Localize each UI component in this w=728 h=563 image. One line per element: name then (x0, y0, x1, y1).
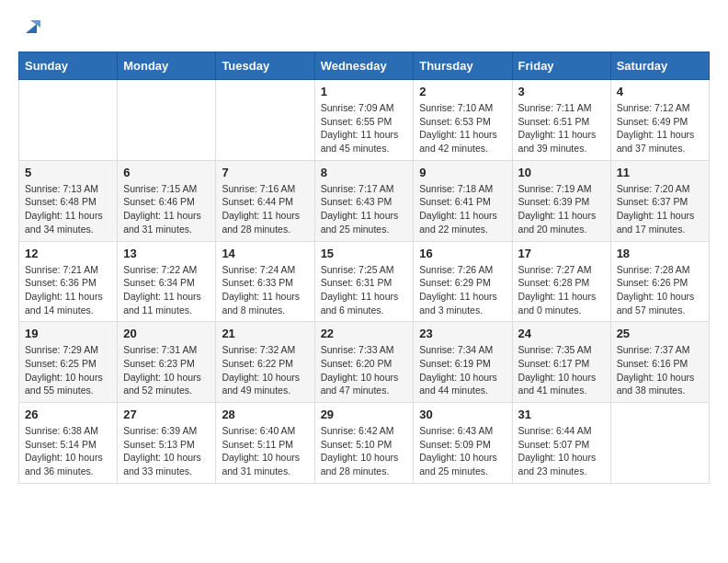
day-cell: 29Sunrise: 6:42 AM Sunset: 5:10 PM Dayli… (314, 403, 414, 484)
day-cell: 30Sunrise: 6:43 AM Sunset: 5:09 PM Dayli… (414, 403, 512, 484)
day-cell: 22Sunrise: 7:33 AM Sunset: 6:20 PM Dayli… (314, 322, 414, 403)
day-number: 3 (518, 85, 605, 98)
day-info: Sunrise: 7:18 AM Sunset: 6:41 PM Dayligh… (419, 182, 506, 236)
day-number: 6 (123, 166, 210, 179)
day-number: 17 (518, 247, 605, 260)
day-info: Sunrise: 7:19 AM Sunset: 6:39 PM Dayligh… (518, 182, 605, 236)
day-cell: 24Sunrise: 7:35 AM Sunset: 6:17 PM Dayli… (512, 322, 610, 403)
day-info: Sunrise: 7:09 AM Sunset: 6:55 PM Dayligh… (321, 101, 408, 155)
day-number: 14 (222, 247, 308, 260)
logo (18, 18, 40, 37)
day-info: Sunrise: 7:12 AM Sunset: 6:49 PM Dayligh… (617, 101, 703, 155)
day-number: 16 (419, 247, 506, 260)
day-cell: 12Sunrise: 7:21 AM Sunset: 6:36 PM Dayli… (19, 241, 118, 322)
day-cell: 11Sunrise: 7:20 AM Sunset: 6:37 PM Dayli… (610, 160, 709, 241)
day-number: 23 (419, 327, 506, 340)
day-number: 9 (419, 166, 506, 179)
weekday-header-wednesday: Wednesday (314, 52, 414, 80)
day-number: 18 (617, 247, 703, 260)
day-cell: 2Sunrise: 7:10 AM Sunset: 6:53 PM Daylig… (414, 80, 512, 161)
day-cell: 9Sunrise: 7:18 AM Sunset: 6:41 PM Daylig… (414, 160, 512, 241)
logo-icon (20, 17, 40, 37)
day-number: 1 (321, 85, 408, 98)
week-row-5: 26Sunrise: 6:38 AM Sunset: 5:14 PM Dayli… (19, 403, 710, 484)
day-cell: 7Sunrise: 7:16 AM Sunset: 6:44 PM Daylig… (216, 160, 314, 241)
day-info: Sunrise: 7:13 AM Sunset: 6:48 PM Dayligh… (25, 182, 111, 236)
day-number: 29 (321, 408, 408, 421)
day-cell: 13Sunrise: 7:22 AM Sunset: 6:34 PM Dayli… (118, 241, 216, 322)
day-number: 5 (25, 166, 111, 179)
day-number: 10 (518, 166, 605, 179)
day-cell: 3Sunrise: 7:11 AM Sunset: 6:51 PM Daylig… (512, 80, 610, 161)
day-info: Sunrise: 6:39 AM Sunset: 5:13 PM Dayligh… (123, 424, 210, 478)
day-number: 28 (222, 408, 308, 421)
day-info: Sunrise: 7:34 AM Sunset: 6:19 PM Dayligh… (419, 343, 506, 397)
day-number: 2 (419, 85, 506, 98)
day-number: 20 (123, 327, 210, 340)
weekday-header-tuesday: Tuesday (216, 52, 314, 80)
day-info: Sunrise: 7:35 AM Sunset: 6:17 PM Dayligh… (518, 343, 605, 397)
day-info: Sunrise: 7:26 AM Sunset: 6:29 PM Dayligh… (419, 263, 506, 317)
week-row-1: 1Sunrise: 7:09 AM Sunset: 6:55 PM Daylig… (19, 80, 710, 161)
day-info: Sunrise: 7:31 AM Sunset: 6:23 PM Dayligh… (123, 343, 210, 397)
day-info: Sunrise: 6:44 AM Sunset: 5:07 PM Dayligh… (518, 424, 605, 478)
day-cell: 27Sunrise: 6:39 AM Sunset: 5:13 PM Dayli… (118, 403, 216, 484)
weekday-header-friday: Friday (512, 52, 610, 80)
day-info: Sunrise: 7:21 AM Sunset: 6:36 PM Dayligh… (25, 263, 111, 317)
weekday-header-sunday: Sunday (19, 52, 118, 80)
day-cell: 1Sunrise: 7:09 AM Sunset: 6:55 PM Daylig… (314, 80, 414, 161)
day-info: Sunrise: 7:20 AM Sunset: 6:37 PM Dayligh… (617, 182, 703, 236)
day-number: 26 (25, 408, 111, 421)
day-number: 8 (321, 166, 408, 179)
svg-marker-0 (26, 24, 37, 33)
page-header (18, 18, 710, 37)
weekday-header-monday: Monday (118, 52, 216, 80)
day-info: Sunrise: 7:33 AM Sunset: 6:20 PM Dayligh… (321, 343, 408, 397)
day-number: 31 (518, 408, 605, 421)
day-cell: 4Sunrise: 7:12 AM Sunset: 6:49 PM Daylig… (610, 80, 709, 161)
day-number: 27 (123, 408, 210, 421)
day-cell (216, 80, 314, 161)
calendar-table: SundayMondayTuesdayWednesdayThursdayFrid… (18, 52, 710, 484)
day-cell: 16Sunrise: 7:26 AM Sunset: 6:29 PM Dayli… (414, 241, 512, 322)
day-info: Sunrise: 6:42 AM Sunset: 5:10 PM Dayligh… (321, 424, 408, 478)
day-cell: 21Sunrise: 7:32 AM Sunset: 6:22 PM Dayli… (216, 322, 314, 403)
day-number: 13 (123, 247, 210, 260)
day-number: 11 (617, 166, 703, 179)
day-cell: 25Sunrise: 7:37 AM Sunset: 6:16 PM Dayli… (610, 322, 709, 403)
day-cell: 23Sunrise: 7:34 AM Sunset: 6:19 PM Dayli… (414, 322, 512, 403)
day-info: Sunrise: 7:32 AM Sunset: 6:22 PM Dayligh… (222, 343, 308, 397)
day-info: Sunrise: 6:40 AM Sunset: 5:11 PM Dayligh… (222, 424, 308, 478)
weekday-header-thursday: Thursday (414, 52, 512, 80)
weekday-header-row: SundayMondayTuesdayWednesdayThursdayFrid… (19, 52, 710, 80)
day-cell: 19Sunrise: 7:29 AM Sunset: 6:25 PM Dayli… (19, 322, 118, 403)
week-row-2: 5Sunrise: 7:13 AM Sunset: 6:48 PM Daylig… (19, 160, 710, 241)
day-cell: 18Sunrise: 7:28 AM Sunset: 6:26 PM Dayli… (610, 241, 709, 322)
day-info: Sunrise: 7:15 AM Sunset: 6:46 PM Dayligh… (123, 182, 210, 236)
day-info: Sunrise: 7:28 AM Sunset: 6:26 PM Dayligh… (617, 263, 703, 317)
day-cell: 8Sunrise: 7:17 AM Sunset: 6:43 PM Daylig… (314, 160, 414, 241)
week-row-3: 12Sunrise: 7:21 AM Sunset: 6:36 PM Dayli… (19, 241, 710, 322)
day-cell: 5Sunrise: 7:13 AM Sunset: 6:48 PM Daylig… (19, 160, 118, 241)
day-number: 22 (321, 327, 408, 340)
day-number: 30 (419, 408, 506, 421)
day-info: Sunrise: 7:17 AM Sunset: 6:43 PM Dayligh… (321, 182, 408, 236)
day-cell: 28Sunrise: 6:40 AM Sunset: 5:11 PM Dayli… (216, 403, 314, 484)
day-info: Sunrise: 7:29 AM Sunset: 6:25 PM Dayligh… (25, 343, 111, 397)
day-info: Sunrise: 7:22 AM Sunset: 6:34 PM Dayligh… (123, 263, 210, 317)
day-cell (118, 80, 216, 161)
weekday-header-saturday: Saturday (610, 52, 709, 80)
day-number: 25 (617, 327, 703, 340)
day-info: Sunrise: 7:27 AM Sunset: 6:28 PM Dayligh… (518, 263, 605, 317)
day-info: Sunrise: 7:25 AM Sunset: 6:31 PM Dayligh… (321, 263, 408, 317)
day-cell (19, 80, 118, 161)
day-number: 7 (222, 166, 308, 179)
day-number: 4 (617, 85, 703, 98)
day-cell: 26Sunrise: 6:38 AM Sunset: 5:14 PM Dayli… (19, 403, 118, 484)
day-info: Sunrise: 7:37 AM Sunset: 6:16 PM Dayligh… (617, 343, 703, 397)
day-info: Sunrise: 7:24 AM Sunset: 6:33 PM Dayligh… (222, 263, 308, 317)
day-number: 15 (321, 247, 408, 260)
day-cell: 20Sunrise: 7:31 AM Sunset: 6:23 PM Dayli… (118, 322, 216, 403)
day-cell: 14Sunrise: 7:24 AM Sunset: 6:33 PM Dayli… (216, 241, 314, 322)
day-cell: 10Sunrise: 7:19 AM Sunset: 6:39 PM Dayli… (512, 160, 610, 241)
